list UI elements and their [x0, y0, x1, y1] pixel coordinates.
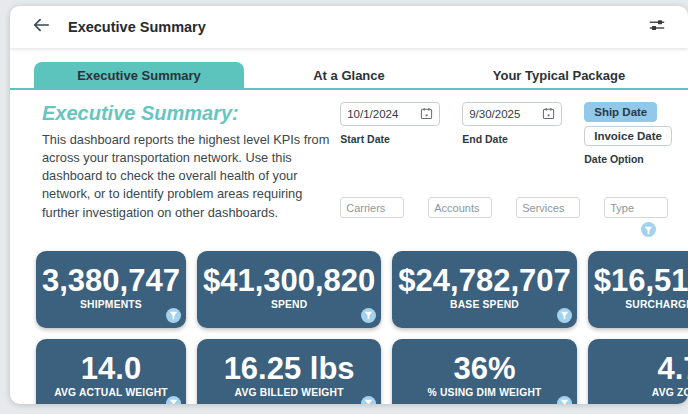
filter-settings-button[interactable] — [644, 14, 670, 40]
dashboard-card: Executive Summary Executive Summary At a… — [10, 6, 688, 404]
tile-funnel-badge[interactable] — [557, 396, 572, 404]
tab-bar: Executive Summary At a Glance Your Typic… — [10, 48, 688, 90]
end-date-field: 9/30/2025 End Date — [462, 102, 562, 165]
kpi-value: 3,380,747 — [42, 265, 180, 297]
start-date-input[interactable]: 10/1/2024 — [340, 102, 440, 126]
date-option-group: Ship Date Invoice Date Date Option — [584, 102, 672, 165]
kpi-value: 36% — [454, 353, 516, 385]
intro-body: This dashboard reports the highest level… — [42, 131, 340, 222]
kpi-tile-base-spend[interactable]: $24,782,707 BASE SPEND — [392, 251, 576, 328]
calendar-icon[interactable] — [542, 107, 555, 122]
tab-executive-summary[interactable]: Executive Summary — [34, 62, 244, 88]
tile-funnel-badge[interactable] — [166, 308, 181, 323]
kpi-tile-avg-billed-weight[interactable]: 16.25 lbs AVG BILLED WEIGHT — [197, 339, 381, 404]
tile-funnel-badge[interactable] — [557, 308, 572, 323]
kpi-value: $24,782,707 — [398, 265, 570, 297]
ship-date-button[interactable]: Ship Date — [584, 102, 657, 122]
kpi-label: % USING DIM WEIGHT — [428, 387, 542, 398]
invoice-date-button[interactable]: Invoice Date — [584, 126, 672, 146]
start-date-label: Start Date — [340, 133, 440, 145]
tab-your-typical-package[interactable]: Your Typical Package — [454, 62, 664, 88]
kpi-value: $41,300,820 — [203, 265, 375, 297]
intro-section: Executive Summary: This dashboard report… — [42, 102, 340, 237]
kpi-label: SURCHARGE SPEND — [625, 299, 688, 310]
kpi-label: SHIPMENTS — [80, 299, 142, 310]
end-date-label: End Date — [462, 133, 562, 145]
intro-heading: Executive Summary: — [42, 102, 340, 125]
tile-funnel-badge[interactable] — [166, 396, 181, 404]
end-date-value: 9/30/2025 — [469, 108, 520, 120]
arrow-left-icon — [32, 17, 50, 37]
accounts-input[interactable] — [428, 197, 492, 218]
page-title: Executive Summary — [68, 19, 206, 35]
kpi-tile-avg-zone[interactable]: 4.7 AVG ZONE — [588, 339, 688, 404]
date-option-label: Date Option — [584, 153, 644, 165]
kpi-value: 14.0 — [81, 353, 141, 385]
tile-funnel-badge[interactable] — [361, 308, 376, 323]
kpi-label: AVG ZONE — [652, 387, 688, 398]
app-bar: Executive Summary — [10, 6, 688, 48]
filters-section: 10/1/2024 Start Date — [340, 102, 672, 237]
type-input[interactable] — [604, 197, 668, 218]
kpi-tile-surcharge-spend[interactable]: $16,518,113 SURCHARGE SPEND — [588, 251, 688, 328]
back-button[interactable] — [28, 14, 54, 40]
kpi-tile-shipments[interactable]: 3,380,747 SHIPMENTS — [36, 251, 186, 328]
end-date-input[interactable]: 9/30/2025 — [462, 102, 562, 126]
filter-inputs-row — [340, 197, 672, 218]
kpi-label: BASE SPEND — [450, 299, 519, 310]
kpi-label: AVG ACTUAL WEIGHT — [54, 387, 168, 398]
kpi-label: SPEND — [271, 299, 307, 310]
kpi-tile-pct-using-dim-weight[interactable]: 36% % USING DIM WEIGHT — [392, 339, 576, 404]
carriers-input[interactable] — [340, 197, 404, 218]
kpi-value: $16,518,113 — [594, 265, 688, 297]
kpi-value: 4.7 — [658, 353, 688, 385]
kpi-tile-avg-actual-weight[interactable]: 14.0 AVG ACTUAL WEIGHT — [36, 339, 186, 404]
kpi-value: 16.25 lbs — [224, 353, 355, 385]
start-date-field: 10/1/2024 Start Date — [340, 102, 440, 165]
services-input[interactable] — [516, 197, 580, 218]
funnel-icon — [644, 221, 653, 239]
start-date-value: 10/1/2024 — [347, 108, 398, 120]
tab-at-a-glance[interactable]: At a Glance — [244, 62, 454, 88]
tile-funnel-badge[interactable] — [361, 396, 376, 404]
calendar-icon[interactable] — [420, 107, 433, 122]
kpi-tile-spend[interactable]: $41,300,820 SPEND — [197, 251, 381, 328]
filter-funnel-badge[interactable] — [641, 222, 656, 237]
sliders-icon — [648, 17, 666, 37]
kpi-label: AVG BILLED WEIGHT — [235, 387, 344, 398]
kpi-tile-grid: 3,380,747 SHIPMENTS $41,300,820 SPEND $2… — [36, 251, 666, 404]
